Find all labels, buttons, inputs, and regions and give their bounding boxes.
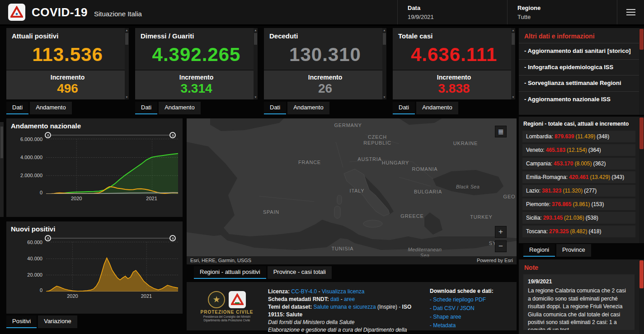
regions-panel-scrollbar[interactable] xyxy=(639,117,644,243)
scrollbar-thumb[interactable] xyxy=(254,33,257,45)
card-scrollbar[interactable]: ▲ ▼ xyxy=(254,28,258,99)
card-scrollbar[interactable]: ▲ ▼ xyxy=(382,28,386,99)
tab-dati[interactable]: Dati xyxy=(393,102,415,114)
region-row-campania[interactable]: Campania:453.170(8.005)(362) xyxy=(522,158,635,169)
region-row-emilia-romagna[interactable]: Emilia-Romagna:420.461(13.429)(343) xyxy=(522,171,635,183)
data-processing-line: Elaborazione e gestione dati a cura del … xyxy=(268,326,423,334)
scroll-up-icon[interactable]: ▲ xyxy=(382,29,386,32)
range-handle-left[interactable] xyxy=(45,132,51,138)
header-date-selector[interactable]: Data 19/9/2021 xyxy=(397,0,507,24)
metadata-aree-link[interactable]: aree xyxy=(344,296,355,302)
download-shape-link[interactable]: - Shape aree xyxy=(430,314,510,320)
tab-dati[interactable]: Dati xyxy=(264,102,286,114)
view-license-link[interactable]: Visualizza licenza xyxy=(322,288,365,295)
region-row-lombardia[interactable]: Lombardia:879.639(11.439)(348) xyxy=(522,131,635,142)
increment-label: Incremento xyxy=(6,74,129,81)
region-row-lazio[interactable]: Lazio:381.323(11.320)(277) xyxy=(522,185,635,197)
zoom-in-button[interactable]: + xyxy=(495,226,507,238)
scrollbar-thumb[interactable] xyxy=(125,33,128,45)
download-metadata-link[interactable]: - Metadata xyxy=(430,322,510,329)
line-chart[interactable] xyxy=(46,139,178,194)
scrollbar-thumb[interactable] xyxy=(639,29,644,50)
legend-button[interactable]: ≣ xyxy=(495,126,507,137)
range-handle-left[interactable] xyxy=(45,235,51,241)
tab-andamento[interactable]: Andamento xyxy=(30,102,72,114)
range-handle-right[interactable] xyxy=(169,235,176,241)
stat-col-totale-casi: Totale casi 4.636.111 Incremento 3.838 ▲… xyxy=(393,28,515,114)
info-panel-scrollbar[interactable] xyxy=(639,28,644,115)
scroll-up-icon[interactable]: ▲ xyxy=(254,29,258,32)
scrollbar-thumb[interactable] xyxy=(639,118,644,149)
tab-province-casi-totali[interactable]: Province - casi totali xyxy=(268,266,332,279)
link-aggiornamento-nazionale-iss[interactable]: - Aggiornamento nazionale ISS xyxy=(519,91,639,108)
scroll-down-icon[interactable]: ▼ xyxy=(511,96,515,99)
metadata-dati-link[interactable]: dati xyxy=(330,296,339,302)
tab-positivi[interactable]: Positivi xyxy=(6,315,37,328)
tab-regioni[interactable]: Regioni xyxy=(523,244,555,257)
download-pdf-link[interactable]: - Schede riepilogo PDF xyxy=(430,296,510,303)
region-value: Tutte xyxy=(517,14,617,20)
range-handle-right[interactable] xyxy=(169,132,176,138)
note-text: La regione Calabria comunica che 2 casi … xyxy=(528,287,630,330)
region-row-veneto[interactable]: Veneto:465.183(12.154)(364) xyxy=(522,144,635,156)
map-attribution: Esri, HERE, Garmin, USGS xyxy=(190,258,251,263)
x-axis-labels: 2020 2021 xyxy=(46,194,178,202)
card-scrollbar[interactable]: ▲ ▼ xyxy=(511,28,515,99)
y-tick: 0 xyxy=(40,287,42,293)
tab-variazione[interactable]: Variazione xyxy=(38,315,77,328)
scroll-down-icon[interactable]: ▼ xyxy=(382,96,386,99)
tab-regioni-attuali-positivi[interactable]: Regioni - attuali positivi xyxy=(194,266,266,279)
scrollbar-thumb[interactable] xyxy=(512,33,515,45)
tab-andamento[interactable]: Andamento xyxy=(287,102,329,114)
tab-andamento[interactable]: Andamento xyxy=(159,102,201,114)
card-scrollbar[interactable]: ▲ ▼ xyxy=(125,28,129,99)
tab-dati[interactable]: Dati xyxy=(135,102,157,114)
scroll-up-icon[interactable]: ▲ xyxy=(125,29,129,32)
increment-label: Incremento xyxy=(393,74,515,81)
tab-dati[interactable]: Dati xyxy=(6,102,28,114)
scroll-down-icon[interactable]: ▼ xyxy=(254,96,258,99)
logo-caption: PROTEZIONE CIVILE xyxy=(200,310,253,315)
note-panel-scrollbar[interactable] xyxy=(639,259,644,334)
area-chart[interactable] xyxy=(46,242,178,292)
map-label-germany: GERMANY xyxy=(334,122,362,128)
logo-subcaption: Dipartimento della Protezione Civile xyxy=(204,319,250,322)
map-label-romania: ROMANIA xyxy=(412,166,438,172)
link-aggiornamento-dati-sanitari[interactable]: - Aggiornamento dati sanitari [storico] xyxy=(519,43,639,59)
scroll-down-icon[interactable]: ▼ xyxy=(125,96,129,99)
region-row-piemonte[interactable]: Piemonte:376.865(3.861)(153) xyxy=(522,198,635,210)
scrollbar-thumb[interactable] xyxy=(639,260,644,288)
theme-link[interactable]: Salute umana e sicurezza xyxy=(313,304,376,310)
header-region-selector[interactable]: Regione Tutte xyxy=(507,0,617,24)
stat-title: Deceduti xyxy=(264,28,386,40)
time-range-slider[interactable] xyxy=(46,234,174,242)
date-label: Data xyxy=(408,5,507,11)
map-label-france: FRANCE xyxy=(298,160,321,165)
region-row-toscana[interactable]: Toscana:279.325(8.482)(418) xyxy=(522,226,635,237)
menu-button[interactable] xyxy=(617,0,644,24)
chart-andamento-nazionale: Andamento nazionale 6.000.000 4.000.000 … xyxy=(6,118,183,217)
increment-value: 3.838 xyxy=(393,81,515,96)
download-csv-json-link[interactable]: - Dati CSV / JSON xyxy=(430,305,510,311)
europe-map[interactable]: GERMANY CZECH REPUBLIC UKRAINE FRANCE AU… xyxy=(187,118,517,264)
region-row-sicilia[interactable]: Sicilia:293.145(21.036)(538) xyxy=(522,212,635,224)
note-content[interactable]: 19/9/2021 La regione Calabria comunica c… xyxy=(523,274,635,330)
tab-province[interactable]: Province xyxy=(556,244,591,257)
license-link[interactable]: CC-BY-4.0 xyxy=(291,288,317,295)
scrollbar-thumb[interactable] xyxy=(383,33,386,45)
stat-cards-row: Attuali positivi 113.536 Incremento 496 … xyxy=(6,28,515,114)
logo-row: ★ xyxy=(208,291,246,308)
info-links-panel: Altri dati e informazioni - Aggiornament… xyxy=(519,28,639,115)
page-left-scrollbar[interactable] xyxy=(0,122,4,217)
chart-nuovi-positivi: Nuovi positivi 60.000 40.000 20.000 0 20… xyxy=(6,221,183,314)
map-label-black-sea: Black Sea xyxy=(456,184,479,189)
zoom-out-button[interactable]: − xyxy=(495,240,507,252)
stat-increment-block: Incremento 3.314 xyxy=(135,70,258,99)
tab-andamento[interactable]: Andamento xyxy=(416,102,458,114)
scroll-up-icon[interactable]: ▲ xyxy=(511,29,515,32)
link-infografica-iss[interactable]: - Infografica epidemiologica ISS xyxy=(519,59,639,75)
scrollbar-thumb[interactable] xyxy=(0,127,3,158)
link-sorveglianza-regioni[interactable]: - Sorveglianza settimanale Regioni xyxy=(519,75,639,91)
time-range-slider[interactable] xyxy=(46,131,174,139)
stat-increment-block: Incremento 3.838 xyxy=(393,70,515,99)
